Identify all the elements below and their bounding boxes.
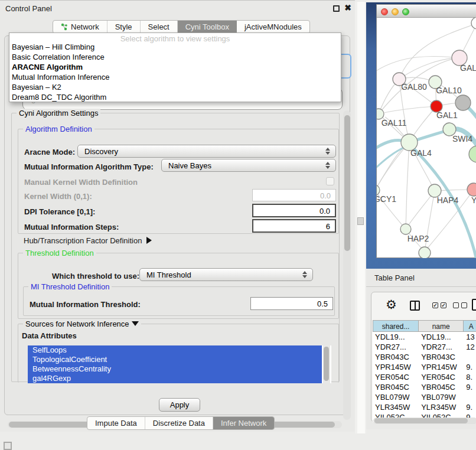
attribute-list-item[interactable]: SelfLoops (28, 345, 322, 355)
dropdown-item[interactable]: Basic Correlation Inference (9, 52, 341, 62)
network-node[interactable] (419, 247, 431, 258)
select-all-checkboxes-icon[interactable]: ✓✓ (432, 302, 446, 308)
network-node[interactable] (400, 224, 411, 234)
list-scrollbar[interactable] (323, 345, 330, 383)
expander-collapsed-icon (146, 237, 152, 244)
table-cell: 9. (464, 362, 476, 372)
tab-style[interactable]: Style (107, 21, 141, 33)
dropdown-item[interactable]: Bayesian – K2 (9, 82, 341, 92)
table-panel-title: Table Panel (374, 273, 415, 282)
group-threshold-definition: Threshold Definition Which threshold to … (18, 253, 339, 319)
network-node-label: GAL10 (436, 86, 462, 95)
group-title: Threshold Definition (23, 249, 96, 257)
table-row[interactable]: YBR043CYBR043C (373, 352, 476, 362)
mi-threshold-field[interactable]: 0.5 (250, 297, 333, 310)
tab-discretize-data[interactable]: Discretize Data (145, 417, 213, 429)
mi-steps-field[interactable]: 6 (252, 219, 336, 233)
network-node[interactable] (455, 95, 471, 110)
table-horizontal-scrollbar[interactable] (373, 418, 476, 424)
float-panel-icon[interactable] (333, 5, 340, 12)
table-cell (464, 392, 476, 402)
network-view-window: GALGAL80GAL10GAL1GAL11SWI4GAL4GCY1HAP4YH… (376, 4, 476, 258)
attribute-list-item[interactable]: gal4RGexp (28, 374, 322, 383)
algorithm-dropdown-popup: Select algorithm to view settings Bayesi… (9, 32, 341, 102)
group-title: Algorithm Definition (23, 125, 94, 133)
network-node-label: GAL4 (410, 148, 432, 158)
mi-algorithm-type-combobox[interactable]: Naive Bayes (161, 159, 336, 172)
column-header[interactable]: shared... (373, 320, 419, 332)
dropdown-item[interactable]: Mutual Information Inference (9, 72, 341, 82)
settings-vertical-scrollbar[interactable] (343, 110, 351, 420)
tab-select[interactable]: Select (141, 21, 178, 33)
bottom-tabbar: Impute Data Discretize Data Infer Networ… (87, 416, 275, 430)
dpi-tolerance-field[interactable]: 0.0 (252, 204, 336, 217)
tab-network[interactable]: Network (53, 21, 107, 33)
network-node-label: GAL80 (401, 82, 427, 92)
which-threshold-label: Which threshold to use: (52, 272, 139, 281)
aracne-mode-combobox[interactable]: Discovery (77, 145, 336, 158)
table-cell: YBL079W (373, 392, 419, 402)
deselect-all-checkboxes-icon[interactable] (453, 302, 467, 308)
close-icon[interactable]: ✖ (344, 3, 351, 12)
dpi-tolerance-label: DPI Tolerance [0,1]: (24, 207, 95, 216)
document-icon[interactable] (472, 299, 476, 311)
panel-grip-icon[interactable] (4, 442, 12, 450)
dropdown-item[interactable]: ARACNE Algorithm (9, 62, 341, 72)
table-row[interactable]: YBL079WYBL079W (373, 392, 476, 402)
table-cell: YPR145W (373, 362, 419, 372)
network-node[interactable] (467, 183, 476, 196)
apply-button[interactable]: Apply (159, 398, 200, 412)
column-header[interactable]: A (464, 320, 476, 332)
table-cell: 8. (464, 372, 476, 382)
manual-kernel-checkbox[interactable] (326, 177, 334, 185)
tab-jactivemnodules[interactable]: jActiveMNodules (237, 21, 309, 33)
node-table: shared... name A YDL19...YDL19...13YDR27… (373, 320, 476, 422)
kernel-width-field: 0.0 (252, 189, 336, 201)
hub-factor-expander[interactable]: Hub/Transcription Factor Definition (24, 236, 152, 245)
spinner-arrows-icon (302, 271, 307, 278)
gear-icon[interactable]: ⚙ (386, 298, 397, 312)
table-row[interactable]: YLR345WYLR345W9. (373, 402, 476, 412)
tab-infer-network[interactable]: Infer Network (213, 417, 274, 429)
table-cell (464, 352, 476, 362)
group-cyni-algorithm-settings: Cyni Algorithm Settings Algorithm Defini… (11, 113, 340, 382)
close-traffic-icon[interactable] (381, 8, 388, 15)
network-node-label: HAP2 (407, 234, 429, 243)
attribute-list-item[interactable]: TopologicalCoefficient (28, 355, 322, 364)
network-window-titlebar (377, 5, 476, 18)
aracne-mode-label: Aracne Mode: (24, 148, 75, 156)
network-node[interactable] (471, 18, 476, 29)
which-threshold-combobox[interactable]: MI Threshold (139, 268, 313, 281)
dropdown-item[interactable]: Bayesian – Hill Climbing (9, 42, 341, 52)
network-node[interactable] (469, 146, 476, 162)
group-title[interactable]: Sources for Network Inference (23, 319, 141, 328)
table-row[interactable]: YDR27...YDR27...12 (373, 342, 476, 352)
zoom-traffic-icon[interactable] (402, 8, 409, 15)
table-row[interactable]: YER054CYER054C8. (373, 372, 476, 382)
network-node-label: HAP4 (437, 195, 459, 205)
splitter-handle[interactable] (357, 217, 364, 225)
tab-impute-data[interactable]: Impute Data (87, 417, 145, 429)
table-row[interactable]: YDL19...YDL19...13 (373, 332, 476, 342)
mi-threshold-label: Mutual Information Threshold: (30, 300, 141, 309)
tab-cyni-toolbox[interactable]: Cyni Toolbox (178, 21, 237, 33)
network-node-label: GCY1 (377, 194, 396, 204)
minimize-traffic-icon[interactable] (392, 8, 399, 15)
mi-steps-label: Mutual Information Steps: (24, 223, 119, 231)
table-cell: YDR27... (373, 342, 419, 352)
table-cell: YBR043C (419, 352, 464, 362)
network-node-label: Y (471, 195, 476, 205)
table-cell: YDL19... (419, 332, 464, 342)
panel-title: Control Panel (5, 4, 52, 13)
table-cell: 13 (464, 332, 476, 342)
table-row[interactable]: YPR145WYPR145W9. (373, 362, 476, 372)
dropdown-item[interactable]: Dream8 DC_TDC Algorithm (9, 92, 341, 102)
columns-icon[interactable] (410, 301, 420, 311)
data-attributes-list[interactable]: SelfLoopsTopologicalCoefficientBetweenne… (28, 345, 331, 383)
table-row[interactable]: YBR045CYBR045C9. (373, 382, 476, 392)
column-header[interactable]: name (419, 320, 464, 332)
table-cell: 9. (464, 402, 476, 412)
table-cell: YBR045C (373, 382, 419, 392)
attribute-list-item[interactable]: BetweennessCentrality (28, 364, 322, 374)
network-canvas[interactable]: GALGAL80GAL10GAL1GAL11SWI4GAL4GCY1HAP4YH… (377, 18, 476, 258)
